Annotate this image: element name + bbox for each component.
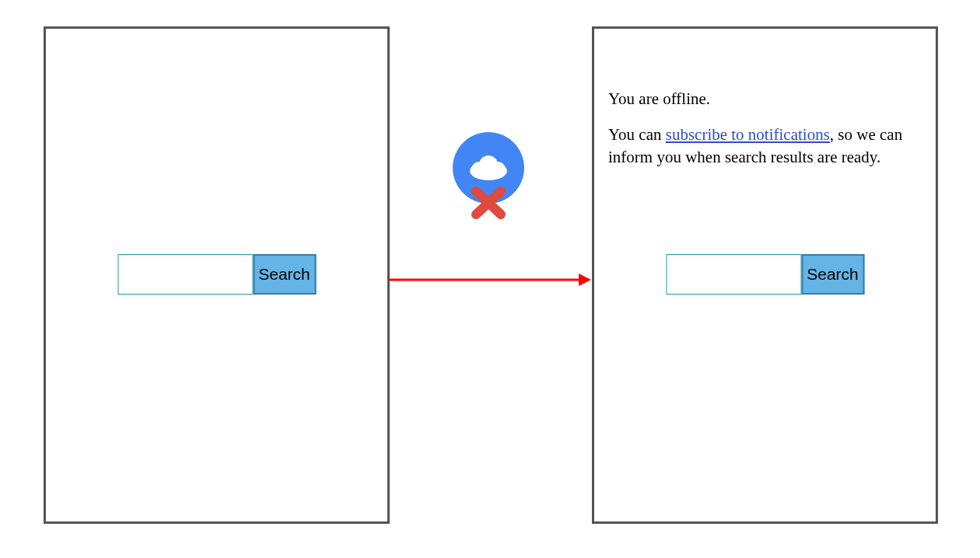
svg-point-4 (490, 162, 506, 177)
cloud-offline-icon (451, 131, 526, 224)
panel-after: You are offline. You can subscribe to no… (592, 26, 938, 524)
search-input[interactable] (117, 254, 253, 295)
offline-line2-prefix: You can (608, 125, 666, 144)
search-group-right: Search (666, 254, 864, 295)
offline-line2: You can subscribe to notifications, so w… (608, 124, 922, 168)
search-group-left: Search (117, 254, 316, 295)
search-button[interactable]: Search (253, 254, 316, 295)
svg-marker-8 (579, 274, 591, 286)
search-button[interactable]: Search (801, 254, 864, 295)
subscribe-link[interactable]: subscribe to notifications (666, 125, 830, 144)
panel-before: Search (44, 26, 390, 524)
arrow-right-icon (389, 272, 591, 288)
offline-message: You are offline. You can subscribe to no… (608, 88, 922, 182)
search-input[interactable] (666, 254, 801, 295)
offline-line1: You are offline. (608, 88, 922, 110)
